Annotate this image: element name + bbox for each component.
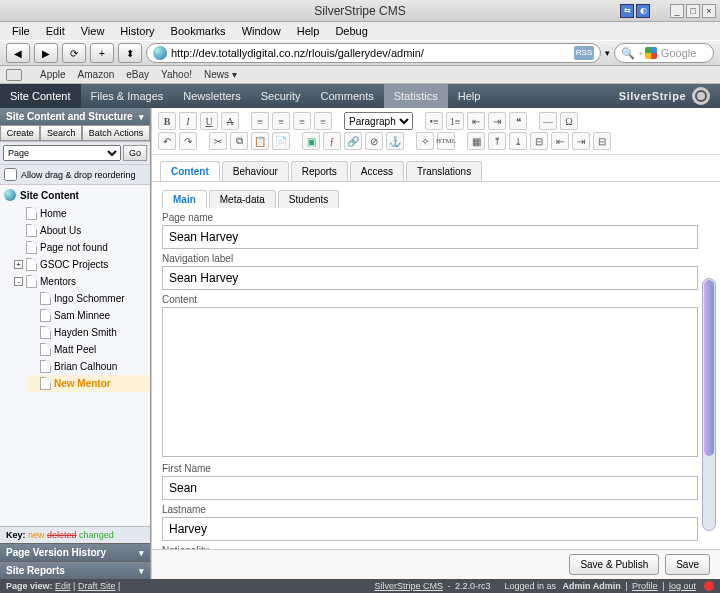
first-name-input[interactable] [162,476,698,500]
forward-button[interactable]: ▶ [34,43,58,63]
delete-col-icon[interactable]: ⊟ [593,132,611,150]
row-after-icon[interactable]: ⤓ [509,132,527,150]
col-before-icon[interactable]: ⇤ [551,132,569,150]
browser-search-input[interactable]: 🔍 • Google [614,43,714,63]
tree-item[interactable]: Sam Minnee [28,307,150,324]
status-logout-link[interactable]: log out [669,581,696,591]
bookmarks-icon[interactable] [6,69,22,81]
align-center-icon[interactable]: ≡ [272,112,290,130]
reload-button[interactable]: ⟳ [62,43,86,63]
content-textarea[interactable] [162,307,698,457]
bookmark-ebay[interactable]: eBay [126,69,149,80]
batch-actions-button[interactable]: Batch Actions [82,125,150,141]
status-edit-link[interactable]: Edit [55,581,71,591]
tab-reports[interactable]: Reports [291,161,348,181]
bullet-list-icon[interactable]: •≡ [425,112,443,130]
tab-content[interactable]: Content [160,161,220,181]
window-maximize-icon[interactable]: □ [686,4,700,18]
clean-icon[interactable]: ✧ [416,132,434,150]
tree-expander-icon[interactable]: + [14,260,23,269]
format-select[interactable]: Paragraph [344,112,413,130]
indent-icon[interactable]: ⇥ [488,112,506,130]
menu-file[interactable]: File [4,25,38,37]
tab-newsletters[interactable]: Newsletters [173,84,250,108]
allow-drag-checkbox[interactable] [4,168,17,181]
panel-version-history[interactable]: Page Version History ▾ [0,543,150,561]
nav-label-input[interactable] [162,266,698,290]
vertical-scrollbar[interactable] [702,278,716,531]
delete-row-icon[interactable]: ⊟ [530,132,548,150]
tree-item[interactable]: About Us [14,222,150,239]
paste-icon[interactable]: 📋 [251,132,269,150]
tab-site-content[interactable]: Site Content [0,84,81,108]
italic-icon[interactable]: I [179,112,197,130]
menu-bookmarks[interactable]: Bookmarks [163,25,234,37]
menu-debug[interactable]: Debug [327,25,375,37]
menu-history[interactable]: History [112,25,162,37]
subtab-metadata[interactable]: Meta-data [209,190,276,208]
row-before-icon[interactable]: ⤒ [488,132,506,150]
tab-security[interactable]: Security [251,84,311,108]
tree-item[interactable]: +GSOC Projects [14,256,150,273]
menu-view[interactable]: View [73,25,113,37]
bookmark-amazon[interactable]: Amazon [78,69,115,80]
link-icon[interactable]: 🔗 [344,132,362,150]
tree-item[interactable]: Matt Peel [28,341,150,358]
bookmark-apple[interactable]: Apple [40,69,66,80]
page-type-select[interactable]: Page [3,145,121,161]
menu-help[interactable]: Help [289,25,328,37]
image-icon[interactable]: ▣ [302,132,320,150]
bookmark-yahoo[interactable]: Yahoo! [161,69,192,80]
status-profile-link[interactable]: Profile [632,581,658,591]
rss-icon[interactable]: RSS [574,46,594,60]
tab-comments[interactable]: Comments [311,84,384,108]
underline-icon[interactable]: U [200,112,218,130]
tree-item[interactable]: Hayden Smith [28,324,150,341]
tab-translations[interactable]: Translations [406,161,482,181]
tree-item[interactable]: -Mentors [14,273,150,290]
anchor-icon[interactable]: ⚓ [386,132,404,150]
tree-item[interactable]: Page not found [14,239,150,256]
tab-help[interactable]: Help [448,84,491,108]
blockquote-icon[interactable]: ❝ [509,112,527,130]
tab-files-images[interactable]: Files & Images [81,84,174,108]
tree-item[interactable]: Home [14,205,150,222]
url-input[interactable]: http://dev.totallydigital.co.nz/rlouis/g… [146,43,601,63]
number-list-icon[interactable]: 1≡ [446,112,464,130]
bookmark-news[interactable]: News ▾ [204,69,237,80]
tree-item[interactable]: New Mentor [28,375,150,392]
outdent-icon[interactable]: ⇤ [467,112,485,130]
save-button[interactable]: Save [665,554,710,575]
go-button[interactable]: Go [123,145,147,161]
align-justify-icon[interactable]: ≡ [314,112,332,130]
align-left-icon[interactable]: ≡ [251,112,269,130]
tree-expander-icon[interactable]: - [14,277,23,286]
bold-icon[interactable]: B [158,112,176,130]
tree-item[interactable]: Ingo Schommer [28,290,150,307]
hr-icon[interactable]: — [539,112,557,130]
search-dropdown-icon[interactable]: ▾ [605,48,610,58]
scrollbar-thumb[interactable] [704,280,714,456]
strike-icon[interactable]: A [221,112,239,130]
table-icon[interactable]: ▦ [467,132,485,150]
menu-window[interactable]: Window [234,25,289,37]
unlink-icon[interactable]: ⊘ [365,132,383,150]
cut-icon[interactable]: ✂ [209,132,227,150]
status-draft-link[interactable]: Draft Site [78,581,116,591]
flash-icon[interactable]: ƒ [323,132,341,150]
status-cms-link[interactable]: SilverStripe CMS [374,581,443,591]
align-right-icon[interactable]: ≡ [293,112,311,130]
tab-behaviour[interactable]: Behaviour [222,161,289,181]
sidebar-panel-header[interactable]: Site Content and Structure ▾ [0,108,150,125]
html-icon[interactable]: HTML [437,132,455,150]
tree-item[interactable]: Brian Calhoun [28,358,150,375]
paste-text-icon[interactable]: 📄 [272,132,290,150]
panel-site-reports[interactable]: Site Reports ▾ [0,561,150,579]
redo-icon[interactable]: ↷ [179,132,197,150]
page-name-input[interactable] [162,225,698,249]
copy-icon[interactable]: ⧉ [230,132,248,150]
save-publish-button[interactable]: Save & Publish [569,554,659,575]
tab-statistics[interactable]: Statistics [384,84,448,108]
undo-icon[interactable]: ↶ [158,132,176,150]
menu-edit[interactable]: Edit [38,25,73,37]
